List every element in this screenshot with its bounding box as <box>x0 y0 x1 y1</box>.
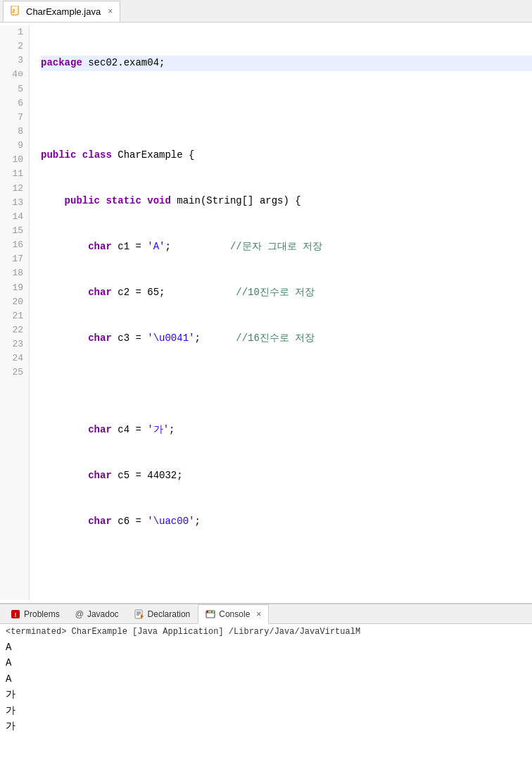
ln-24: 24 <box>3 351 23 366</box>
ln-8: 8 <box>3 125 23 139</box>
console-line-5: 가 <box>6 703 526 718</box>
console-line-3: A <box>6 671 526 687</box>
code-line-6: char c2 = 65; //10진수로 저장 <box>41 285 532 301</box>
ln-23: 23 <box>3 337 23 351</box>
ln-14: 14 <box>3 210 23 224</box>
console-line-4: 가 <box>6 687 526 702</box>
ln-21: 21 <box>3 309 23 323</box>
code-line-1: package sec02.exam04; <box>41 56 532 71</box>
ln-15: 15 <box>3 224 23 238</box>
ln-10: 10 <box>3 153 23 167</box>
code-line-11: char c6 = '\uac00'; <box>41 514 532 530</box>
ln-1: 1 <box>3 25 23 39</box>
code-content: 1 2 3 4⊖ 5 6 7 8 9 10 11 12 13 14 15 16 … <box>0 23 532 603</box>
ln-5: 5 <box>3 82 23 96</box>
svg-rect-12 <box>207 611 208 613</box>
code-line-12 <box>41 560 532 575</box>
console-line-2: A <box>6 655 526 671</box>
tab-declaration[interactable]: Declaration <box>127 604 198 624</box>
code-editor: 1 2 3 4⊖ 5 6 7 8 9 10 11 12 13 14 15 16 … <box>0 23 532 603</box>
line-numbers: 1 2 3 4⊖ 5 6 7 8 9 10 11 12 13 14 15 16 … <box>0 25 30 600</box>
svg-text:J: J <box>12 8 15 13</box>
code-line-7: char c3 = '\u0041'; //16진수로 저장 <box>41 331 532 347</box>
problems-icon: ! <box>11 609 20 620</box>
tab-javadoc-label: Javadoc <box>87 609 119 619</box>
svg-rect-13 <box>209 611 210 613</box>
tab-problems[interactable]: ! Problems <box>3 604 68 624</box>
console-icon <box>205 609 215 619</box>
svg-text:!: ! <box>15 611 17 618</box>
ln-17: 17 <box>3 252 23 266</box>
tab-bar: J CharExample.java × <box>0 0 532 23</box>
ln-9: 9 <box>3 139 23 153</box>
code-line-8 <box>41 377 532 392</box>
javadoc-icon: @ <box>75 609 84 619</box>
ln-2: 2 <box>3 39 23 54</box>
ln-13: 13 <box>3 196 23 210</box>
ln-18: 18 <box>3 266 23 280</box>
declaration-icon <box>134 609 144 619</box>
tab-problems-label: Problems <box>24 609 60 619</box>
console-area: <terminated> CharExample [Java Applicati… <box>0 624 532 779</box>
ln-7: 7 <box>3 111 23 125</box>
console-line-1: A <box>6 640 526 655</box>
ln-22: 22 <box>3 323 23 337</box>
code-line-2 <box>41 101 532 117</box>
ln-20: 20 <box>3 295 23 309</box>
file-tab[interactable]: J CharExample.java × <box>3 1 120 22</box>
console-header: <terminated> CharExample [Java Applicati… <box>6 627 526 637</box>
code-line-3: public class CharExample { <box>41 148 532 163</box>
ln-4: 4⊖ <box>3 68 23 82</box>
code-line-9: char c4 = '가'; <box>41 423 532 438</box>
ln-19: 19 <box>3 281 23 295</box>
console-line-6: 가 <box>6 718 526 734</box>
bottom-tab-bar: ! Problems @ Javadoc Declaration <box>0 603 532 624</box>
code-line-10: char c5 = 44032; <box>41 468 532 484</box>
tab-declaration-label: Declaration <box>148 609 191 619</box>
tab-javadoc[interactable]: @ Javadoc <box>68 604 127 624</box>
ln-3: 3 <box>3 54 23 68</box>
console-output: A A A 가 가 가 <box>6 640 526 734</box>
code-line-4: public static void main(String[] args) { <box>41 194 532 209</box>
java-file-icon: J <box>11 6 22 17</box>
svg-rect-14 <box>211 611 213 613</box>
tab-title: CharExample.java <box>26 6 101 17</box>
tab-console[interactable]: Console × <box>198 604 269 624</box>
code-lines: package sec02.exam04; public class CharE… <box>30 25 532 600</box>
ln-12: 12 <box>3 182 23 196</box>
code-line-5: char c1 = 'A'; //문자 그대로 저장 <box>41 239 532 255</box>
ln-11: 11 <box>3 167 23 181</box>
ln-25: 25 <box>3 366 23 380</box>
tab-close-button[interactable]: × <box>108 6 113 16</box>
tab-console-label: Console <box>219 609 250 619</box>
console-close-button[interactable]: × <box>256 609 261 619</box>
ln-16: 16 <box>3 238 23 252</box>
ln-6: 6 <box>3 96 23 111</box>
